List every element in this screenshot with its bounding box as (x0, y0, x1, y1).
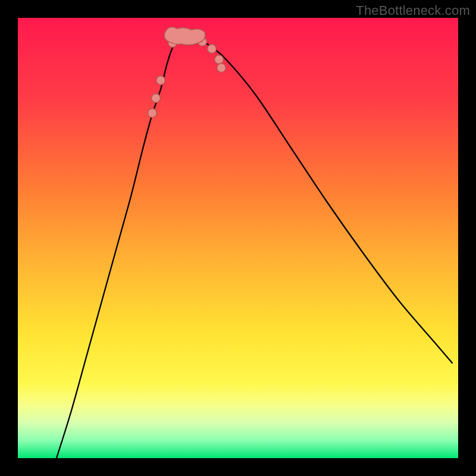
curve-marker (217, 64, 226, 73)
curve-marker (156, 76, 165, 85)
chart-frame: TheBottleneck.com (0, 0, 476, 476)
curve-marker (208, 45, 217, 54)
min-blob (164, 27, 205, 45)
watermark-label: TheBottleneck.com (356, 3, 470, 18)
curve-layer (18, 18, 458, 458)
curve-marker (215, 55, 224, 64)
curve-marker (148, 109, 157, 118)
curve-marker (152, 94, 161, 103)
bottleneck-curve (57, 35, 452, 458)
plot-area (18, 18, 458, 458)
